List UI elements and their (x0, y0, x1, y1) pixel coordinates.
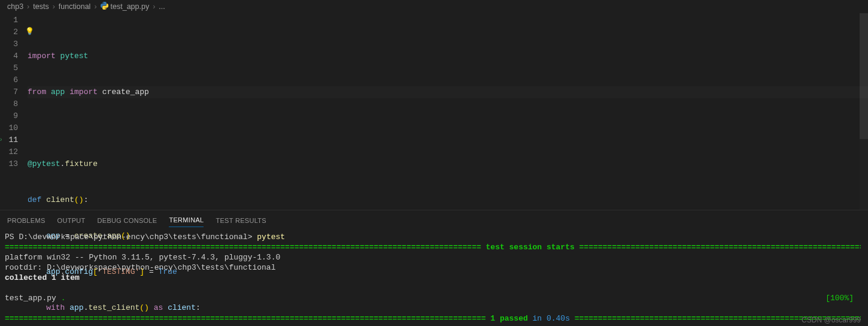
line-number: 10 (0, 122, 18, 134)
scrollbar-thumb[interactable] (860, 13, 868, 139)
terminal-line: rootdir: D:\devworkspace\python-ency\chp… (5, 262, 861, 273)
terminal-prompt: PS D:\devworkspace\python-ency\chp3\test… (5, 233, 257, 242)
breadcrumb: chp3 › tests › functional › test_app.py … (0, 0, 868, 13)
line-number: 8 (0, 98, 18, 110)
code-line (28, 122, 868, 134)
chevron-right-icon: › (27, 2, 29, 11)
breadcrumb-seg[interactable]: tests (33, 2, 48, 11)
line-number: 12 (0, 146, 18, 158)
line-number: 5 (0, 62, 18, 74)
breadcrumb-seg[interactable]: functional (59, 2, 91, 11)
breadcrumb-seg[interactable]: chp3 (7, 2, 23, 11)
line-number: 6 (0, 74, 18, 86)
terminal-line: test_app.py .[100%] (5, 293, 861, 303)
code-area[interactable]: 💡 import pytest from app import create_a… (28, 13, 868, 210)
code-line: def client(): (28, 194, 868, 206)
watermark-text: CSDN @oscar999 (802, 316, 861, 324)
python-file-icon (101, 2, 108, 11)
bottom-panel: PROBLEMS OUTPUT DEBUG CONSOLE TERMINAL T… (0, 210, 868, 326)
line-number: 9 (0, 110, 18, 122)
line-number-gutter: 1 2 3 4 5 6 7 8 9 10 11 12 13 (0, 13, 28, 210)
editor-scrollbar[interactable] (860, 13, 868, 210)
chevron-right-icon: › (153, 2, 155, 11)
lightbulb-icon[interactable]: 💡 (25, 26, 34, 34)
line-number: 2 (0, 26, 18, 38)
code-editor[interactable]: 1 2 3 4 5 6 7 8 9 10 11 12 13 💡 import p… (0, 13, 868, 210)
progress-percent: [100%] (825, 293, 854, 303)
code-line: import pytest (28, 50, 868, 62)
terminal-command: pytest (257, 233, 285, 242)
chevron-right-icon: › (94, 2, 96, 11)
line-number: 1 (0, 14, 18, 26)
line-number: 7 (0, 86, 18, 98)
code-line: @pytest.fixture (28, 158, 868, 170)
code-line: from app import create_app (28, 86, 868, 98)
breadcrumb-more[interactable]: ... (159, 2, 165, 11)
line-number: 3 (0, 38, 18, 50)
terminal-line (5, 303, 861, 313)
git-change-marker-icon: › (0, 135, 4, 144)
terminal-line: ========================================… (5, 313, 861, 324)
terminal-line: platform win32 -- Python 3.11.5, pytest-… (5, 252, 861, 262)
line-number: 13 (0, 158, 18, 170)
chevron-right-icon: › (53, 2, 55, 11)
terminal-line (5, 283, 861, 293)
terminal-line: ========================================… (5, 242, 861, 252)
terminal-line: PS D:\devworkspace\python-ency\chp3\test… (5, 232, 861, 242)
terminal-line: collected 1 item (5, 273, 861, 283)
line-number: 4 (0, 50, 18, 62)
breadcrumb-seg[interactable]: test_app.py (111, 2, 150, 11)
terminal-content[interactable]: PS D:\devworkspace\python-ency\chp3\test… (0, 227, 868, 326)
